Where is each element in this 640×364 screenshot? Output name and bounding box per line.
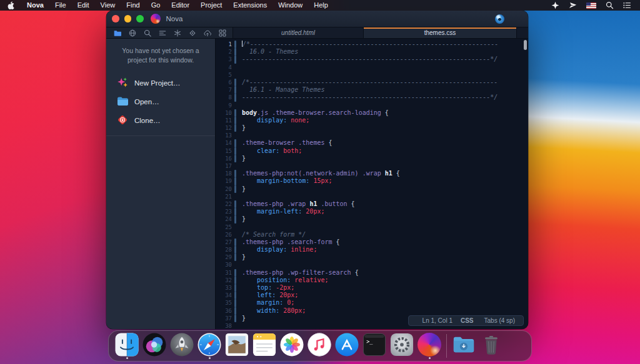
code-line-30[interactable]: 30 (216, 261, 528, 268)
paperplane-icon[interactable] (569, 1, 577, 9)
sidebar-item-newproject[interactable]: New Project… (106, 74, 215, 92)
menu-extensions[interactable]: Extensions (228, 0, 272, 11)
zoom-button[interactable] (136, 15, 144, 22)
us-flag-icon[interactable] (586, 2, 596, 9)
extensions-icon[interactable] (217, 29, 228, 37)
code-line-18[interactable]: 18.themes-php:not(.network-admin) .wrap … (216, 170, 528, 177)
code-line-1[interactable]: 1/*-------------------------------------… (216, 41, 528, 48)
tab-untitled.html[interactable]: untitled.html (233, 27, 364, 38)
dock-siri[interactable] (141, 333, 168, 359)
code-line-21[interactable]: 21 (216, 193, 528, 200)
reports-icon[interactable] (157, 29, 168, 37)
dock-app-store[interactable] (333, 333, 361, 359)
traffic-lights (112, 15, 144, 22)
code-text: ----------------------------------------… (236, 56, 498, 63)
snippets-icon[interactable] (172, 29, 183, 37)
code-line-26[interactable]: 26/* Search form */ (216, 231, 528, 239)
dock-itunes[interactable] (306, 333, 333, 359)
code-line-35[interactable]: 35 margin: 0; (216, 299, 528, 307)
tab-themes.css[interactable]: themes.css (364, 27, 517, 38)
editor-scrollbar[interactable] (524, 40, 527, 50)
menu-edit[interactable]: Edit (72, 0, 95, 11)
dock-photos[interactable] (278, 333, 306, 359)
code-line-19[interactable]: 19 margin-bottom: 15px; (216, 177, 528, 185)
preview-eye-icon[interactable] (495, 14, 504, 24)
code-line-23[interactable]: 23 margin-left: 20px; (216, 208, 528, 215)
list-icon[interactable] (623, 1, 631, 9)
dock-trash[interactable] (478, 333, 505, 359)
code-line-34[interactable]: 34 left: 20px; (216, 292, 528, 299)
menu-go[interactable]: Go (146, 0, 166, 11)
code-line-9[interactable]: 9 (216, 102, 528, 109)
servers-icon[interactable] (127, 29, 138, 37)
code-line-14[interactable]: 14.theme-browser .themes { (216, 139, 528, 147)
code-line-32[interactable]: 32 position: relative; (216, 277, 528, 284)
dock-launchpad[interactable] (168, 333, 196, 359)
dock-finder[interactable] (113, 333, 141, 359)
code-line-31[interactable]: 31.themes-php .wp-filter-search { (216, 269, 528, 277)
sidebar-item-open[interactable]: Open… (106, 92, 215, 111)
spotlight-icon[interactable] (606, 1, 614, 9)
files-icon[interactable] (112, 29, 123, 37)
code-line-4[interactable]: 4 (216, 64, 528, 71)
code-line-8[interactable]: 8---------------------------------------… (216, 94, 528, 101)
code-line-7[interactable]: 7 16.1 - Manage Themes (216, 86, 528, 94)
line-number: 37 (216, 315, 232, 322)
svg-text:>_: >_ (366, 338, 373, 345)
code-editor[interactable]: 1/*-------------------------------------… (216, 39, 528, 329)
avast-icon[interactable] (551, 1, 559, 9)
sidebar-item-clone[interactable]: Clone… (106, 111, 215, 130)
window-titlebar[interactable]: Nova (106, 11, 528, 27)
dock-downloads[interactable] (450, 333, 478, 359)
code-line-6[interactable]: 6/*-------------------------------------… (216, 79, 528, 86)
status-line-col[interactable]: Ln 1, Col 1 (422, 317, 452, 324)
code-line-24[interactable]: 24} (216, 215, 528, 223)
code-line-28[interactable]: 28 display: inline; (216, 246, 528, 253)
code-text: /*--------------------------------------… (236, 41, 498, 48)
code-text: .theme-browser .themes { (236, 139, 332, 147)
menu-editor[interactable]: Editor (166, 0, 195, 11)
code-line-3[interactable]: 3---------------------------------------… (216, 56, 528, 63)
menu-find[interactable]: Find (121, 0, 145, 11)
menu-project[interactable]: Project (195, 0, 228, 11)
dock-notes[interactable] (251, 333, 278, 359)
code-line-2[interactable]: 2 16.0 - Themes (216, 48, 528, 56)
apple-menu-icon[interactable] (7, 1, 15, 9)
code-line-20[interactable]: 20} (216, 185, 528, 193)
code-line-36[interactable]: 36 width: 280px; (216, 307, 528, 315)
dock-terminal[interactable]: >_ (361, 333, 388, 359)
code-line-22[interactable]: 22.themes-php .wrap h1 .button { (216, 200, 528, 208)
dock-nova[interactable] (416, 333, 443, 359)
dock-safari[interactable] (196, 333, 223, 359)
code-line-10[interactable]: 10body.js .theme-browser.search-loading … (216, 109, 528, 117)
status-indent-select[interactable]: Tabs (4 sp) (484, 317, 518, 324)
clone-icon (117, 114, 128, 127)
code-line-29[interactable]: 29} (216, 253, 528, 261)
publish-icon[interactable] (202, 29, 213, 37)
menu-file[interactable]: File (49, 0, 72, 11)
code-line-33[interactable]: 33 top: -2px; (216, 284, 528, 292)
code-line-12[interactable]: 12} (216, 124, 528, 132)
line-number: 32 (216, 277, 232, 284)
line-number: 33 (216, 284, 232, 292)
menu-window[interactable]: Window (272, 0, 308, 11)
line-number: 24 (216, 215, 232, 223)
source-control-icon[interactable] (187, 29, 198, 37)
code-line-5[interactable]: 5 (216, 71, 528, 79)
dock-mail[interactable] (223, 333, 251, 359)
code-line-16[interactable]: 16} (216, 155, 528, 162)
menu-nova[interactable]: Nova (21, 0, 49, 11)
code-line-25[interactable]: 25 (216, 224, 528, 231)
status-language-select[interactable]: CSS (461, 317, 476, 324)
code-line-17[interactable]: 17 (216, 162, 528, 170)
search-icon[interactable] (142, 29, 153, 37)
code-line-13[interactable]: 13 (216, 132, 528, 139)
menu-help[interactable]: Help (308, 0, 334, 11)
dock-system-preferences[interactable] (388, 333, 416, 359)
code-line-15[interactable]: 15 clear: both; (216, 147, 528, 155)
menu-view[interactable]: View (95, 0, 121, 11)
code-line-27[interactable]: 27.themes-php .search-form { (216, 239, 528, 246)
code-line-11[interactable]: 11 display: none; (216, 117, 528, 124)
close-button[interactable] (112, 15, 119, 22)
minimize-button[interactable] (124, 15, 132, 22)
